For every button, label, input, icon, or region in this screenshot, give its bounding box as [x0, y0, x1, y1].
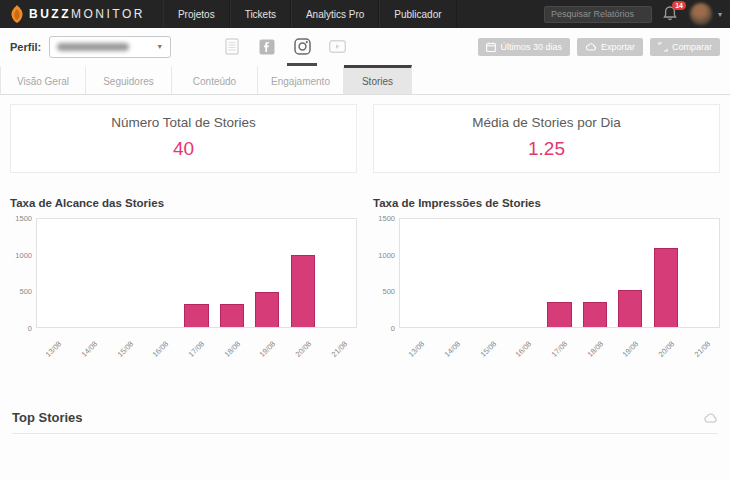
- compare-icon: [658, 42, 668, 52]
- stat-card-total-stories: Número Total de Stories 40: [10, 104, 357, 173]
- x-tick-label: 21/08: [684, 332, 720, 350]
- bar-slot: [108, 219, 143, 327]
- user-menu-caret-icon[interactable]: ▾: [718, 10, 722, 19]
- analytics-tabs: Visão Geral Seguidores Conteúdo Engajame…: [0, 65, 730, 95]
- chart-impressions-stories: Taxa de Impressões de Stories 0500100015…: [373, 197, 720, 350]
- buzzmonitor-logo[interactable]: BUZZMONITOR: [10, 5, 145, 23]
- plot-area: [36, 218, 357, 328]
- notification-badge: 14: [672, 1, 686, 10]
- x-axis-labels: 13/0814/0815/0816/0817/0818/0819/0820/08…: [36, 332, 357, 350]
- y-tick-label: 1500: [378, 214, 395, 223]
- bar-slot: [684, 219, 719, 327]
- y-tick-label: 1500: [15, 214, 32, 223]
- bar-slot: [648, 219, 683, 327]
- nav-item-tickets[interactable]: Tickets: [230, 0, 291, 28]
- tab-visao-geral[interactable]: Visão Geral: [0, 65, 86, 94]
- bar: [583, 302, 607, 327]
- network-switcher: [223, 34, 346, 60]
- bar-slot: [143, 219, 178, 327]
- profile-bar: Perfil: ▼: [0, 28, 730, 65]
- bar-slot: [400, 219, 435, 327]
- bar-slot: [471, 219, 506, 327]
- x-tick-label: 13/08: [399, 332, 435, 350]
- y-tick-label: 1000: [378, 250, 395, 259]
- bar-slot: [321, 219, 356, 327]
- download-cloud-icon[interactable]: [703, 412, 718, 423]
- chart-reach-stories: Taxa de Alcance das Stories 050010001500…: [10, 197, 357, 350]
- y-tick-label: 500: [382, 287, 395, 296]
- y-tick-label: 500: [19, 287, 32, 296]
- x-tick-label: 16/08: [506, 332, 542, 350]
- x-tick-label: 15/08: [470, 332, 506, 350]
- export-button[interactable]: Exportar: [577, 38, 643, 56]
- bar-slot: [37, 219, 72, 327]
- bar: [547, 302, 571, 327]
- tab-stories[interactable]: Stories: [344, 65, 412, 94]
- notifications-bell[interactable]: 14: [662, 5, 680, 23]
- x-tick-label: 18/08: [577, 332, 613, 350]
- bar-slot: [613, 219, 648, 327]
- x-tick-label: 20/08: [286, 332, 322, 350]
- report-toolbar: Últimos 30 dias Exportar Comparar: [478, 38, 720, 56]
- bar-slot: [285, 219, 320, 327]
- tab-seguidores[interactable]: Seguidores: [86, 65, 172, 94]
- network-instagram-icon[interactable]: [293, 34, 311, 60]
- x-tick-label: 17/08: [179, 332, 215, 350]
- bar-slot: [542, 219, 577, 327]
- bar: [654, 248, 678, 327]
- network-facebook-icon[interactable]: [258, 34, 276, 60]
- x-tick-label: 20/08: [649, 332, 685, 350]
- top-navbar: BUZZMONITOR Projetos Tickets Analytics P…: [0, 0, 730, 28]
- charts-row: Taxa de Alcance das Stories 050010001500…: [0, 173, 730, 350]
- bar-slot: [506, 219, 541, 327]
- compare-button[interactable]: Comparar: [650, 38, 720, 56]
- search-input[interactable]: [544, 6, 652, 23]
- x-tick-label: 19/08: [250, 332, 286, 350]
- x-tick-label: 19/08: [613, 332, 649, 350]
- y-tick-label: 0: [391, 324, 395, 333]
- x-tick-label: 17/08: [542, 332, 578, 350]
- x-tick-label: 18/08: [214, 332, 250, 350]
- main-menu: Projetos Tickets Analytics Pro Publicado…: [163, 0, 457, 28]
- stat-card-avg-stories: Média de Stories por Dia 1.25: [373, 104, 720, 173]
- x-tick-label: 14/08: [72, 332, 108, 350]
- bar-slot: [250, 219, 285, 327]
- network-youtube-icon[interactable]: [328, 34, 346, 60]
- y-tick-label: 0: [28, 324, 32, 333]
- y-axis: 050010001500: [10, 218, 36, 328]
- tab-engajamento[interactable]: Engajamento: [258, 65, 344, 94]
- bar: [618, 290, 642, 327]
- stat-cards-row: Número Total de Stories 40 Média de Stor…: [0, 95, 730, 173]
- tab-conteudo[interactable]: Conteúdo: [172, 65, 258, 94]
- bar-slot: [72, 219, 107, 327]
- x-tick-label: 13/08: [36, 332, 72, 350]
- cloud-icon: [585, 42, 597, 51]
- nav-item-projetos[interactable]: Projetos: [163, 0, 230, 28]
- stat-card-value: 1.25: [374, 138, 719, 160]
- x-tick-label: 15/08: [107, 332, 143, 350]
- bar: [255, 292, 279, 327]
- user-avatar[interactable]: [690, 3, 712, 25]
- brand-text: BUZZMONITOR: [29, 7, 145, 21]
- nav-item-analytics-pro[interactable]: Analytics Pro: [291, 0, 379, 28]
- navbar-right: 14 ▾: [544, 3, 722, 25]
- bar: [291, 255, 315, 327]
- bar-slot: [577, 219, 612, 327]
- stat-card-title: Média de Stories por Dia: [374, 115, 719, 130]
- nav-item-publicador[interactable]: Publicador: [379, 0, 456, 28]
- bar-slot: [435, 219, 470, 327]
- y-axis: 050010001500: [373, 218, 399, 328]
- bar: [184, 304, 208, 327]
- date-range-button[interactable]: Últimos 30 dias: [478, 38, 570, 56]
- chart-title: Taxa de Impressões de Stories: [373, 197, 720, 209]
- chart-title: Taxa de Alcance das Stories: [10, 197, 357, 209]
- network-feed-icon[interactable]: [223, 34, 241, 60]
- plot-area: [399, 218, 720, 328]
- profile-select-dropdown[interactable]: ▼: [49, 36, 171, 58]
- stat-card-title: Número Total de Stories: [11, 115, 356, 130]
- y-tick-label: 1000: [15, 250, 32, 259]
- profile-name-blurred: [57, 43, 129, 51]
- x-tick-label: 21/08: [321, 332, 357, 350]
- x-tick-label: 16/08: [143, 332, 179, 350]
- dropdown-caret-icon: ▼: [156, 43, 163, 50]
